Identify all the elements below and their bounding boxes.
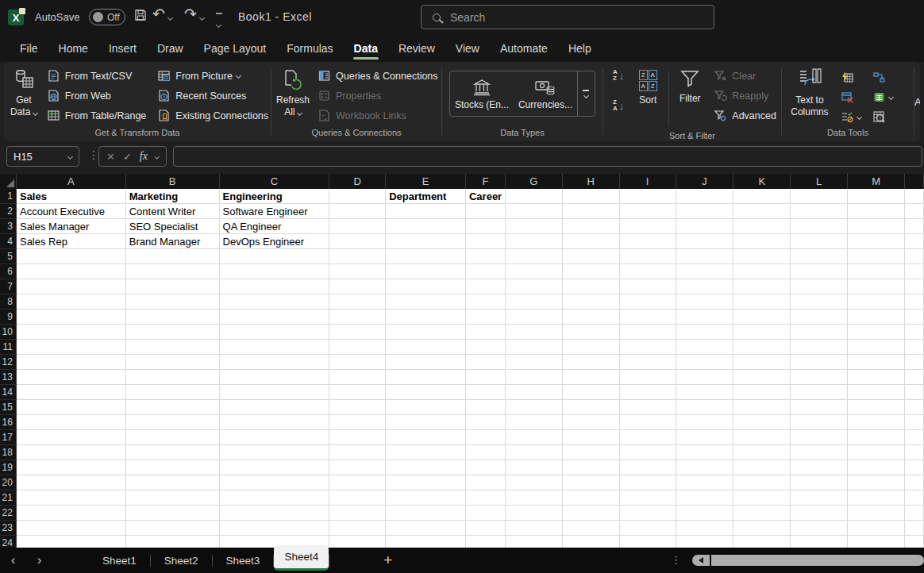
cell-E5[interactable] (386, 249, 466, 264)
cell-C2[interactable]: Software Engineer (220, 204, 330, 219)
row-header-11[interactable]: 11 (0, 340, 17, 355)
from-web-button[interactable]: From Web (42, 86, 152, 106)
cell-H9[interactable] (563, 310, 620, 325)
cell-D15[interactable] (329, 400, 386, 415)
cell-K13[interactable] (733, 370, 791, 385)
cell-J3[interactable] (676, 219, 734, 234)
cell-A8[interactable] (17, 294, 126, 310)
cell-C1[interactable]: Engineering (220, 189, 330, 204)
cell-C4[interactable]: DevOps Engineer (220, 234, 330, 249)
cell-D10[interactable] (329, 325, 386, 340)
cell-H10[interactable] (563, 325, 620, 340)
cell-M3[interactable] (848, 219, 905, 234)
cell-I15[interactable] (620, 400, 676, 415)
cell-G8[interactable] (506, 294, 563, 310)
column-header-E[interactable]: E (386, 174, 466, 189)
cell-partial-4[interactable] (905, 234, 924, 249)
row-header-10[interactable]: 10 (0, 325, 17, 340)
column-header-J[interactable]: J (676, 174, 734, 189)
cell-A21[interactable] (17, 490, 126, 506)
cell-L15[interactable] (791, 400, 848, 415)
cell-H6[interactable] (563, 264, 620, 279)
cell-K11[interactable] (733, 340, 791, 355)
cell-J11[interactable] (676, 340, 734, 355)
cell-D1[interactable] (329, 189, 386, 204)
cell-M7[interactable] (848, 279, 905, 294)
ribbon-tab-help[interactable]: Help (558, 37, 602, 61)
cell-partial-7[interactable] (905, 279, 924, 294)
cell-F12[interactable] (466, 355, 506, 370)
column-header-partial[interactable] (905, 174, 924, 189)
sort-button[interactable]: ZAAZ Sort (630, 67, 665, 106)
ribbon-tab-home[interactable]: Home (48, 37, 98, 61)
cell-J23[interactable] (676, 521, 734, 536)
previous-sheet-button[interactable]: ‹ (0, 548, 26, 572)
cell-G24[interactable] (506, 536, 563, 548)
data-validation-button[interactable] (841, 110, 861, 124)
cell-partial-3[interactable] (905, 219, 924, 234)
cell-J9[interactable] (676, 310, 734, 325)
cell-E2[interactable] (386, 204, 466, 219)
cell-E15[interactable] (386, 400, 466, 415)
cell-J21[interactable] (676, 490, 734, 506)
cell-C10[interactable] (220, 325, 330, 340)
ribbon-tab-formulas[interactable]: Formulas (276, 37, 343, 61)
cell-K10[interactable] (733, 325, 791, 340)
cell-E19[interactable] (386, 460, 466, 475)
cell-A19[interactable] (17, 460, 126, 475)
cell-H7[interactable] (563, 279, 620, 294)
from-picture-button[interactable]: From Picture (152, 66, 273, 86)
cell-F19[interactable] (466, 460, 506, 475)
ribbon-tab-review[interactable]: Review (388, 37, 445, 61)
cell-F13[interactable] (466, 370, 506, 385)
cell-F8[interactable] (466, 294, 506, 310)
cell-F20[interactable] (466, 475, 506, 490)
cell-G6[interactable] (506, 264, 563, 279)
cell-B12[interactable] (126, 355, 220, 370)
row-header-12[interactable]: 12 (0, 355, 17, 370)
cell-G9[interactable] (506, 310, 563, 325)
cell-A13[interactable] (17, 370, 126, 385)
sort-ascending-button[interactable]: AZ↓ (606, 66, 630, 85)
cell-F14[interactable] (466, 385, 506, 400)
cell-J24[interactable] (676, 536, 734, 548)
cell-F17[interactable] (466, 430, 506, 445)
cell-G21[interactable] (506, 490, 563, 506)
cell-A12[interactable] (17, 355, 126, 370)
row-header-7[interactable]: 7 (0, 279, 17, 294)
row-header-14[interactable]: 14 (0, 385, 17, 400)
cell-I9[interactable] (620, 310, 676, 325)
queries-connections-button[interactable]: Queries & Connections (313, 66, 443, 86)
cell-D18[interactable] (329, 445, 386, 460)
column-header-B[interactable]: B (126, 174, 220, 189)
cell-B10[interactable] (126, 325, 220, 340)
cell-L13[interactable] (791, 370, 848, 385)
cell-E3[interactable] (386, 219, 466, 234)
cell-G5[interactable] (506, 249, 563, 264)
cell-L14[interactable] (791, 385, 848, 400)
cell-K5[interactable] (733, 249, 791, 264)
cell-H2[interactable] (563, 204, 620, 219)
cell-K6[interactable] (733, 264, 791, 279)
ribbon-tab-automate[interactable]: Automate (490, 37, 558, 61)
cell-partial-2[interactable] (905, 204, 924, 219)
cell-I5[interactable] (620, 249, 676, 264)
cell-C21[interactable] (220, 490, 330, 506)
cell-F16[interactable] (466, 415, 506, 430)
undo-button[interactable]: ↶ (152, 6, 165, 22)
cell-D20[interactable] (329, 475, 386, 490)
cell-K21[interactable] (733, 490, 791, 506)
cell-B23[interactable] (126, 521, 220, 536)
cell-D11[interactable] (329, 340, 386, 355)
cell-G17[interactable] (506, 430, 563, 445)
cell-M18[interactable] (848, 445, 905, 460)
cell-L6[interactable] (791, 264, 848, 279)
cell-I17[interactable] (620, 430, 676, 445)
cell-L9[interactable] (791, 310, 848, 325)
cell-A3[interactable]: Sales Manager (17, 219, 126, 234)
cell-G15[interactable] (506, 400, 563, 415)
data-types-more-button[interactable] (577, 71, 595, 116)
column-header-I[interactable]: I (620, 174, 676, 189)
cell-C18[interactable] (220, 445, 330, 460)
cell-C12[interactable] (220, 355, 330, 370)
